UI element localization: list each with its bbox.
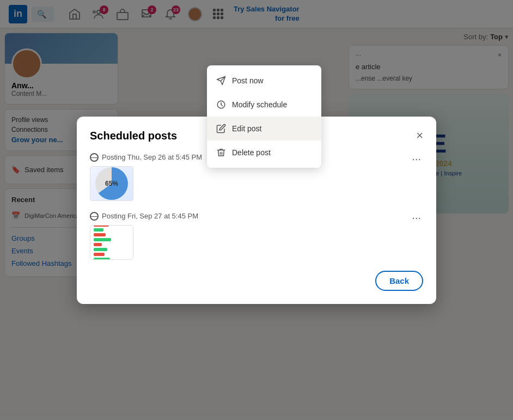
thumb-bar-row-4 bbox=[94, 243, 102, 246]
post-2-date: Posting Fri, Sep 27 at 5:45 PM bbox=[90, 212, 403, 221]
modal-close-button[interactable]: × bbox=[414, 127, 425, 144]
thumb-bar-0 bbox=[94, 225, 109, 227]
delete-post-label: Delete post bbox=[232, 148, 271, 157]
trash-icon bbox=[216, 147, 227, 158]
clock-icon bbox=[216, 99, 227, 110]
modal-backdrop[interactable]: Scheduled posts × Posting Thu, Sep 26 at… bbox=[0, 0, 513, 420]
context-delete-post[interactable]: Delete post bbox=[207, 141, 321, 165]
globe-icon-1 bbox=[90, 153, 99, 162]
thumb-bar-2 bbox=[94, 233, 106, 236]
donut-chart: 65% bbox=[95, 167, 128, 200]
post-2-more-button[interactable]: ··· bbox=[410, 212, 423, 223]
back-button[interactable]: Back bbox=[375, 271, 423, 291]
pencil-icon bbox=[216, 123, 227, 134]
thumb-bar-row-5 bbox=[94, 248, 107, 251]
post-2-meta: Posting Fri, Sep 27 at 5:45 PM bbox=[90, 212, 403, 260]
thumb-bar-4 bbox=[94, 243, 102, 246]
post-1-thumbnail: 65% bbox=[90, 166, 133, 201]
thumb-bar-7 bbox=[94, 258, 110, 260]
context-menu: Post now Modify schedule Edit post bbox=[207, 65, 321, 168]
post-now-label: Post now bbox=[232, 76, 264, 85]
thumb-bar-3 bbox=[94, 238, 111, 241]
thumb-bar-row-3 bbox=[94, 238, 111, 241]
modify-schedule-label: Modify schedule bbox=[232, 100, 287, 109]
context-post-now[interactable]: Post now bbox=[207, 69, 321, 93]
thumb-bar-6 bbox=[94, 253, 105, 256]
thumb-bar-row-1 bbox=[94, 228, 103, 232]
thumb-bar-row-7 bbox=[94, 258, 110, 260]
thumb-bar-row-2 bbox=[94, 233, 106, 236]
thumb-1-bg: 65% bbox=[90, 167, 133, 200]
scheduled-post-2: Posting Fri, Sep 27 at 5:45 PM ··· bbox=[90, 212, 423, 260]
thumb-2-bg bbox=[90, 226, 133, 259]
modal-footer: Back bbox=[90, 271, 423, 291]
post-1-more-button[interactable]: ··· bbox=[410, 153, 423, 164]
context-modify-schedule[interactable]: Modify schedule bbox=[207, 93, 321, 117]
globe-icon-2 bbox=[90, 212, 99, 221]
thumb-bar-row-6 bbox=[94, 253, 105, 256]
context-edit-post[interactable]: Edit post bbox=[207, 117, 321, 141]
thumb-bar-row-0 bbox=[94, 225, 109, 227]
thumb-bar-1 bbox=[94, 228, 103, 232]
send-icon bbox=[216, 75, 227, 86]
edit-post-label: Edit post bbox=[232, 124, 261, 133]
post-2-thumbnail bbox=[90, 225, 133, 260]
thumb-bar-5 bbox=[94, 248, 107, 251]
